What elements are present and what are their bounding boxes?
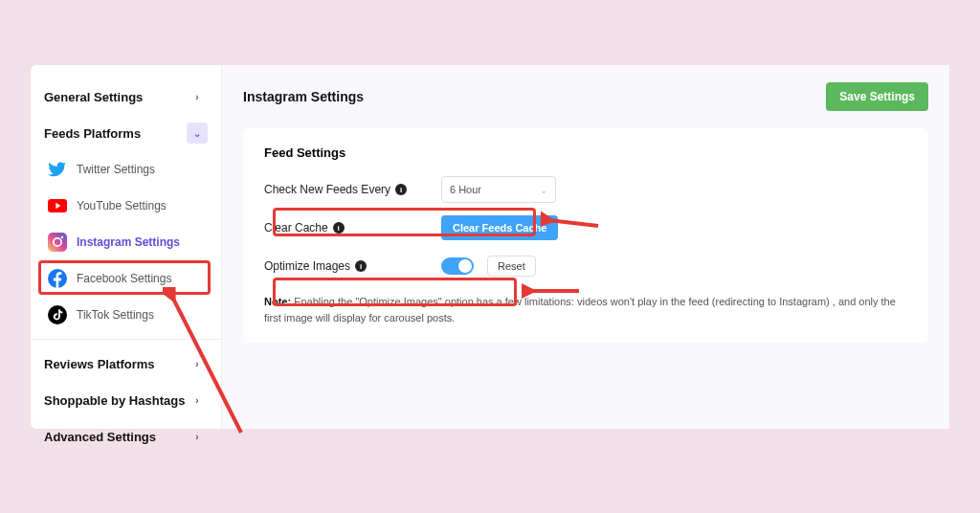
note-body: Enabling the "Optimize Images" option ha… bbox=[264, 296, 896, 323]
page-title: Instagram Settings bbox=[243, 89, 364, 104]
reset-button[interactable]: Reset bbox=[487, 256, 536, 277]
divider bbox=[31, 339, 221, 340]
info-icon[interactable]: i bbox=[355, 260, 367, 272]
note-prefix: Note: bbox=[264, 296, 291, 307]
nav-feeds-platforms[interactable]: Feeds Platforms ⌄ bbox=[31, 115, 221, 151]
sidebar-item-youtube[interactable]: YouTube Settings bbox=[31, 188, 221, 224]
card-title: Feed Settings bbox=[264, 145, 907, 160]
nav-label: General Settings bbox=[44, 90, 143, 104]
optimize-images-toggle[interactable] bbox=[441, 257, 474, 275]
svg-rect-1 bbox=[48, 233, 67, 252]
info-icon[interactable]: i bbox=[333, 222, 345, 234]
youtube-icon bbox=[48, 196, 67, 215]
clear-feeds-cache-button[interactable]: Clear Feeds Cache bbox=[441, 215, 558, 240]
check-feeds-label: Check New Feeds Every i bbox=[264, 183, 441, 196]
nav-reviews-platforms[interactable]: Reviews Platforms › bbox=[31, 346, 221, 382]
sidebar-item-label: Instagram Settings bbox=[77, 235, 180, 249]
svg-point-3 bbox=[61, 236, 63, 238]
nav-label: Shoppable by Hashtags bbox=[44, 393, 185, 408]
nav-label: Reviews Platforms bbox=[44, 357, 155, 371]
sidebar: General Settings › Feeds Platforms ⌄ Twi… bbox=[31, 65, 222, 429]
chevron-right-icon: › bbox=[187, 426, 208, 447]
row-check-feeds: Check New Feeds Every i 6 Hour ⌄ bbox=[264, 173, 907, 206]
sidebar-item-label: Facebook Settings bbox=[77, 272, 171, 285]
header-row: Instagram Settings Save Settings bbox=[243, 82, 928, 111]
sidebar-item-twitter[interactable]: Twitter Settings bbox=[31, 151, 221, 188]
select-value: 6 Hour bbox=[450, 184, 481, 195]
settings-panel: General Settings › Feeds Platforms ⌄ Twi… bbox=[31, 65, 949, 429]
chevron-right-icon: › bbox=[187, 353, 208, 374]
clear-cache-label: Clear Cache i bbox=[264, 221, 441, 234]
nav-general-settings[interactable]: General Settings › bbox=[31, 78, 221, 115]
sidebar-item-instagram[interactable]: Instagram Settings bbox=[31, 224, 221, 260]
chevron-down-icon: ⌄ bbox=[187, 123, 208, 144]
main-content: Instagram Settings Save Settings Feed Se… bbox=[222, 65, 949, 429]
check-interval-select[interactable]: 6 Hour ⌄ bbox=[441, 176, 556, 203]
sidebar-item-tiktok[interactable]: TikTok Settings bbox=[31, 297, 221, 333]
nav-shoppable-hashtags[interactable]: Shoppable by Hashtags › bbox=[31, 382, 221, 418]
sidebar-item-label: Twitter Settings bbox=[77, 163, 155, 176]
info-icon[interactable]: i bbox=[395, 184, 407, 195]
sidebar-item-facebook[interactable]: Facebook Settings bbox=[31, 260, 221, 297]
nav-label: Feeds Platforms bbox=[44, 126, 141, 141]
sidebar-item-label: TikTok Settings bbox=[77, 308, 154, 322]
nav-advanced-settings[interactable]: Advanced Settings › bbox=[31, 418, 221, 455]
nav-label: Advanced Settings bbox=[44, 430, 156, 444]
feed-settings-card: Feed Settings Check New Feeds Every i 6 … bbox=[243, 128, 928, 343]
row-optimize-images: Optimize Images i Reset bbox=[264, 250, 907, 282]
tiktok-icon bbox=[48, 305, 67, 324]
chevron-right-icon: › bbox=[187, 390, 208, 411]
instagram-icon bbox=[48, 233, 67, 252]
optimize-images-label: Optimize Images i bbox=[264, 259, 441, 273]
svg-point-5 bbox=[48, 305, 67, 324]
save-settings-button[interactable]: Save Settings bbox=[826, 82, 928, 111]
sidebar-item-label: YouTube Settings bbox=[77, 199, 167, 212]
row-clear-cache: Clear Cache i Clear Feeds Cache bbox=[264, 212, 907, 244]
chevron-right-icon: › bbox=[187, 86, 208, 107]
twitter-icon bbox=[48, 160, 67, 179]
note-text: Note: Enabling the "Optimize Images" opt… bbox=[264, 294, 907, 325]
chevron-down-icon: ⌄ bbox=[540, 185, 547, 195]
facebook-icon bbox=[48, 269, 67, 288]
